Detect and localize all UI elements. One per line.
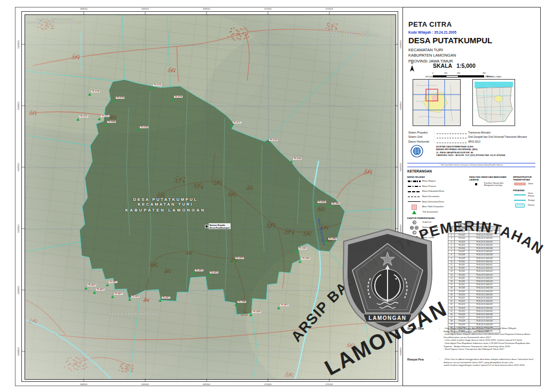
scalebar-tick-label: 200 [457,72,460,74]
highlighted-kecamatan [494,96,503,102]
copyright-divider: © Hak Cipta Badan Informasi Geospasial. … [407,163,535,167]
admin-subtitle-line: KECAMATAN TURI [408,48,456,53]
legend-item: Titik Kartometrik [407,210,467,214]
legend-item: Fasilitas Umum dan Bangunan Lainnya [469,182,511,187]
scale-title: SKALA1:5,000 [433,62,476,69]
publisher-line: CIBINONG 16911 - BOGOR, TLP. (021) 87520… [436,154,535,156]
map-history-label: Riwayat Peta [407,358,424,361]
map-history-text: - Peta Citra ini dibuat menggunakan data… [444,358,538,367]
legend-item: Jalan [513,182,538,186]
legend-label: Area Tidak Disepakati [422,206,467,208]
legend-label: Batas Kelurahan/Desa [422,201,467,203]
kartometrik-table-title: DAFTAR TITIK KARTOMETRIK [440,223,508,225]
map-sheet: { "watermark": { "arc_text": "ARSIP BAGI… [0,0,545,392]
kartometrik-table: NoNo. TitikTitik Kartometrik 1TK-0101TK.… [448,226,500,333]
sengketa-symbol-icon [412,205,417,210]
legend-symbol: G [407,221,421,225]
north-arrow: U [408,61,416,74]
scalebar-tick-label: 100 [444,72,447,74]
projection-value: Grid Geografi dan Grid Universal Transve… [468,136,536,138]
region-code: Kode Wilayah : 35.24.21.2005 [408,30,456,34]
legend-group-title: BATAS WILAYAH [407,176,467,178]
legend-group: BATAS WILAYAHBatas NegaraBatas ProvinsiB… [407,176,467,214]
legend-label: Fasilitas Umum dan Bangunan Lainnya [484,182,511,187]
legend-group-title: KANTOR PEMERINTAHAN [407,217,467,219]
inset-right-caption: DIAGRAM LOKASI [472,76,514,78]
jalan-symbol-icon [514,183,526,185]
data-source-line: - Hasil Digitasi Unsur Transportasi dan … [444,348,538,351]
inset-location-index-graphic [413,80,460,126]
government-office-icon: G [413,221,416,224]
projection-leader [437,140,467,143]
map-type-title: PETA CITRA [408,20,452,28]
inset-map-location-diagram [472,79,515,126]
admin-subtitle-line: KABUPATEN LAMONGAN [408,53,456,58]
legend-symbol: DL [407,236,421,240]
legend-group: PERAIRANGaris PantaiSungaiDanau [513,189,538,208]
big-logo [410,145,423,158]
legend-symbol [407,194,421,199]
legend-column-2: FASILITAS UMUM DAN BANGUNAN LAINNYAFasil… [469,175,511,187]
government-office-icon: B [415,226,418,230]
projection-leader [437,136,467,138]
focus-vignette [25,15,396,379]
legend-item: Sungai [513,198,538,202]
projection-row: Sistem Proyeksi:Transverse Mercator [408,129,536,134]
legend-group-title: INFRASTRUKTUR TRANSPORTASI [513,176,538,181]
government-office-icon: C [413,231,416,234]
legend-symbol [513,182,527,186]
fasum-symbol-icon [475,183,477,185]
projection-value: Transverse Mercator [468,131,536,134]
sungai-symbol-icon [514,200,526,201]
scalebar-tick-label: 0 [432,72,433,74]
data-source-label: Sumber Data [407,327,424,330]
negara-symbol-icon [408,181,421,182]
projection-row: Sistem Grid:Grid Geografi dan Grid Unive… [408,134,536,139]
north-arrow-icon [409,65,415,72]
table-header-cell: No. Titik [455,226,469,231]
legend-item: Batas Kecamatan [407,194,467,199]
legend-symbol [407,205,421,209]
legend-symbol [407,190,421,194]
publisher-text: DICETAK DAN DITERBITKAN OLEH:BADAN INFOR… [436,145,535,157]
kartometrik-symbol-icon [412,210,416,214]
map-history-line: satelit resolusi tinggi dengan resolusi … [444,364,538,367]
divider-line [407,163,535,163]
inset-location-diagram-graphic [473,80,515,126]
inset-left-caption: PETUNJUK LETAK PETA [413,76,460,78]
scale-value: 1:5,000 [456,62,476,69]
projection-label: Sistem Grid [408,135,434,138]
projection-leader [437,131,467,134]
legend-symbol [513,203,527,208]
data-source-line: - Data digital batas wilayah administras… [444,333,538,336]
table-header-cell: Titik Kartometrik [469,226,500,231]
legend-group: FASILITAS UMUM DAN BANGUNAN LAINNYAFasil… [469,176,511,187]
legend-title: KETERANGAN [407,169,432,173]
government-office-icon: W [410,226,414,230]
projection-label: Datum Horizontal [408,140,434,143]
data-source-text: - Data Digital Batas Wilayah Administras… [444,327,538,351]
inset-map-location-index [413,79,461,126]
government-office-icon: D [410,236,414,240]
kecamatan-symbol-icon [408,197,421,197]
data-source-colon: : [439,327,440,330]
legend-item: Danau [513,203,538,208]
provinsi-symbol-icon [408,186,421,187]
legend-symbol [513,193,527,197]
government-office-icon: L [415,236,418,240]
legend-item: Batas Negara [407,179,467,184]
legend-symbol [469,182,483,186]
data-source-line: - Data digital Peta Rupabumi Indonesia s… [444,342,538,345]
projection-label: Sistem Proyeksi [408,131,434,134]
legend-symbol [513,198,527,202]
legend-label: Batas Kabupaten/Kota [422,190,467,193]
map-history-line: - Peta Citra ini dibuat menggunakan data… [444,358,538,361]
legend-label: Batas Negara [422,180,467,183]
danau-symbol-icon [515,203,525,208]
legend-label: Danau [528,204,538,207]
village-title: DESA PUTATKUMPUL [408,36,492,45]
table-header-cell: No [448,226,455,231]
legend-label: Jalan [528,183,538,185]
map-info-panel: PETA CITRA Kode Wilayah : 35.24.21.2005 … [402,7,541,386]
legend-symbol [407,210,421,214]
